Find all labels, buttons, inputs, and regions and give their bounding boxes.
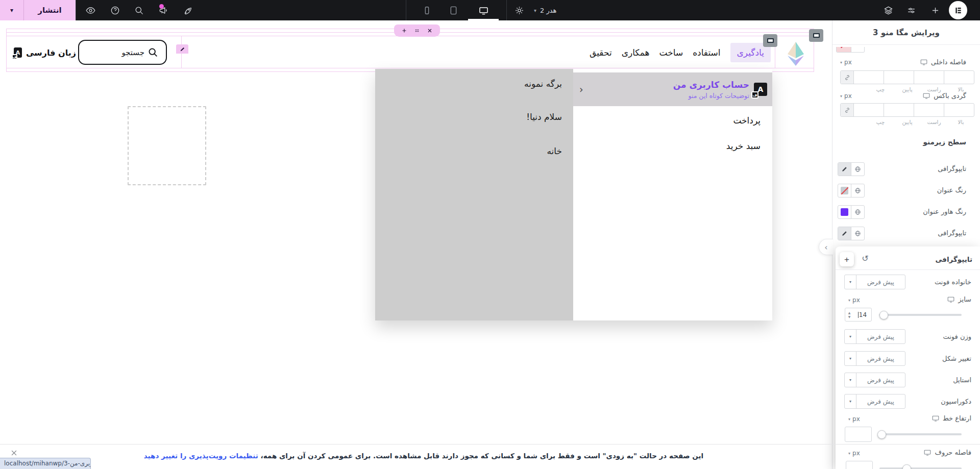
title-hover-color-swatch[interactable] [838, 206, 851, 218]
font-size-input[interactable]: ▲▼ 14 [845, 308, 872, 322]
radius-unit-select[interactable]: ▾ px [840, 92, 852, 100]
container-select-handle[interactable] [763, 34, 777, 47]
line-height-unit-select[interactable]: ▾ px [848, 415, 860, 423]
edit-typography-button[interactable] [838, 227, 851, 240]
edit-widget-handle[interactable] [176, 44, 188, 54]
preview-button[interactable] [83, 0, 98, 20]
letter-spacing-label: فاصله حروف [924, 449, 971, 456]
responsive-desktop-button[interactable] [476, 0, 491, 20]
line-height-slider[interactable] [879, 433, 962, 435]
global-color-button[interactable] [851, 184, 864, 197]
font-weight-select[interactable]: ▾ پیش فرض [844, 329, 905, 344]
radius-bottom-input[interactable] [914, 104, 944, 116]
scrolled-toggle-control[interactable] [836, 47, 865, 53]
typography2-control [838, 227, 865, 240]
responsive-tablet-button[interactable] [446, 0, 461, 20]
delete-icon [427, 28, 433, 34]
chevron-down-icon: ▾ [840, 94, 842, 98]
drop-placeholder[interactable] [128, 106, 206, 185]
line-height-slider-handle[interactable] [877, 430, 886, 439]
letter-spacing-slider-handle[interactable] [902, 464, 911, 469]
whats-new-button[interactable] [156, 0, 171, 20]
dismiss-notice-button[interactable] [9, 449, 19, 459]
padding-left-input[interactable] [944, 71, 974, 84]
settings-button[interactable] [511, 0, 527, 20]
add-element-button[interactable] [927, 0, 943, 20]
submenu-level-heading: سطح زیرمنو [923, 138, 966, 146]
chevron-down-icon: ▾ [845, 394, 856, 408]
globe-icon [854, 209, 861, 215]
mega-menu-active-item[interactable]: A ف حساب کاربری من توضیحات کوتاه این منو… [573, 72, 772, 106]
structure-button[interactable] [880, 0, 896, 20]
size-unit-select[interactable]: ▾ px [848, 297, 860, 304]
section-select-handle[interactable] [809, 29, 823, 42]
browser-status-bar: localhost/mihanwp/3-حساب-کاربری-من/ [0, 458, 91, 469]
letter-spacing-unit-select[interactable]: ▾ px [848, 450, 860, 457]
language-switcher[interactable]: زبان فارسی A ف [14, 47, 76, 58]
mega-menu-item[interactable]: سبد خرید [726, 141, 761, 151]
responsive-mobile-button[interactable] [419, 0, 434, 20]
line-height-input[interactable] [845, 427, 872, 442]
checklist-button[interactable] [180, 0, 195, 20]
padding-unit-select[interactable]: ▾ px [840, 59, 852, 66]
submenu-item[interactable]: برگه نمونه [524, 79, 562, 89]
translate-icon: A ف [14, 47, 22, 58]
reset-button[interactable]: ↺ [860, 253, 871, 264]
search-input[interactable]: جستجو [78, 40, 167, 65]
font-style-select[interactable]: ▾ پیش فرض [844, 373, 905, 387]
link-values-button[interactable] [841, 71, 854, 84]
text-decoration-select[interactable]: ▾ پیش فرض [844, 394, 905, 409]
padding-top-input[interactable] [854, 71, 884, 84]
font-size-slider[interactable] [879, 314, 962, 316]
text-caret [858, 312, 859, 318]
chevron-down-icon: ▾ [848, 417, 850, 422]
nav-item[interactable]: استفاده [693, 47, 720, 58]
save-global-button[interactable]: + [840, 252, 854, 266]
status-url: localhost/mihanwp/3-حساب-کاربری-من/ [4, 460, 91, 467]
global-typography-button[interactable] [851, 227, 864, 240]
site-logo[interactable] [785, 41, 807, 68]
nav-item[interactable]: همکاری [622, 47, 650, 58]
elementor-editor: ▾ انتشار [0, 0, 980, 469]
letter-spacing-input[interactable] [846, 461, 873, 469]
panel-title: ویرایش مگا منو 3 [873, 28, 940, 37]
document-switcher[interactable]: ▾ هدر 2 [534, 0, 556, 20]
text-transform-select[interactable]: ▾ پیش فرض [844, 351, 905, 366]
title-color-swatch[interactable] [838, 184, 851, 197]
edit-typography-button[interactable] [838, 163, 851, 176]
nav-item[interactable]: تحقیق [590, 47, 612, 58]
typography-control [838, 162, 865, 176]
site-settings-button[interactable] [903, 0, 919, 20]
panel-collapse-button[interactable]: › [819, 239, 833, 255]
font-size-slider-handle[interactable] [879, 311, 888, 319]
submenu-item[interactable]: سلام دنیا! [526, 112, 562, 122]
radius-right-input[interactable] [884, 104, 914, 116]
reset-icon: ↺ [862, 254, 868, 263]
container-icon [813, 33, 820, 38]
publish-options-button[interactable]: ▾ [0, 0, 24, 20]
text-transform-value: پیش فرض [856, 352, 905, 365]
padding-bottom-input[interactable] [914, 71, 944, 84]
font-family-select[interactable]: ▾ پیش فرض [844, 275, 905, 289]
nav-item[interactable]: ساخت [659, 47, 683, 58]
finder-button[interactable] [131, 0, 146, 20]
stepper-icons[interactable]: ▲▼ [845, 308, 853, 321]
title-hover-color-label: رنگ هاور عنوان [923, 208, 966, 215]
container-handle[interactable] [394, 24, 440, 37]
padding-right-input[interactable] [884, 71, 914, 84]
global-color-button[interactable] [851, 206, 864, 218]
title-color-label: رنگ عنوان [937, 186, 966, 194]
ethereum-logo-icon [785, 41, 807, 66]
help-button[interactable] [107, 0, 122, 20]
user-avatar[interactable] [949, 1, 967, 19]
submenu-item[interactable]: خانه [547, 146, 562, 156]
publish-button[interactable]: انتشار [24, 0, 76, 20]
divider [76, 0, 76, 20]
global-typography-button[interactable] [851, 163, 864, 176]
link-values-button[interactable] [841, 104, 854, 116]
radius-top-input[interactable] [854, 104, 884, 116]
mega-menu-item[interactable]: پرداخت [733, 115, 761, 126]
radius-inputs [840, 103, 974, 117]
radius-left-input[interactable] [944, 104, 974, 116]
visibility-settings-link[interactable]: تنظیمات رویت‌پذیری را تغییر دهید [144, 452, 258, 460]
